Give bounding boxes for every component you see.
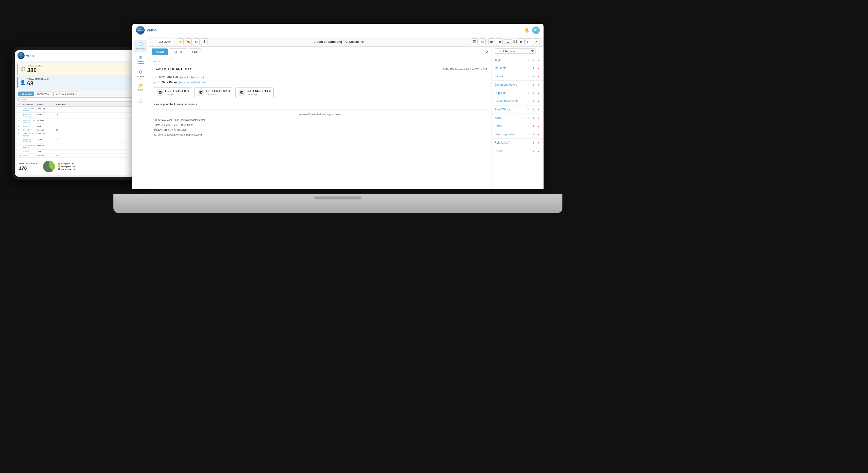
panel-section-email-thread[interactable]: Email Thread 📄ℹ● — [492, 106, 544, 114]
pie-chart — [42, 159, 56, 174]
prev-page-btn[interactable]: ◀ — [496, 38, 503, 45]
app-topbar: Venio 🔔 ST — [132, 24, 544, 37]
page-navigation: ⏮ ◀ /28 ▶ ⏭ ✕ — [489, 38, 540, 45]
doc-panel-icon: 📄 — [526, 83, 530, 87]
tab-pdf[interactable]: PDF — [188, 49, 202, 55]
legend-dot-inprogress — [58, 166, 60, 168]
right-panel: Select An Option ⤢ Tags 📄ℹ● Metadata 📄ℹ●… — [492, 47, 544, 189]
total-cases-label: TOTAL CASES — [27, 65, 42, 67]
panel-section-document-history[interactable]: Document History 📄ℹ● — [492, 81, 544, 89]
attachment-1[interactable]: 🖼 List of Articles 001.tif 576.78 KB — [154, 87, 192, 98]
sidebar-documents-label: Documents — [136, 48, 145, 50]
tab-shared-document[interactable]: SHARED DOCUMENT — [54, 91, 80, 96]
panel-section-near-duplicates[interactable]: Near Duplicates 📄ℹ● — [492, 130, 544, 139]
attachment-size-3: 576.78 KB — [247, 93, 271, 96]
expand-to-icon[interactable] — [153, 81, 156, 84]
to-email: [sara.parker@liart.com] — [179, 81, 207, 84]
sidebar-item-reports[interactable]: ⚙ Reports — [134, 67, 147, 80]
attachment-name-3: List of Articles 003.tif — [247, 89, 271, 93]
tablet-logo — [18, 52, 25, 59]
notification-bell-icon[interactable]: 🔔 — [524, 28, 529, 33]
tab-native[interactable]: Native — [152, 49, 168, 55]
close-panel-icon: ● — [536, 141, 541, 145]
doc-viewer-tabs: Native Full Text PDF ⤢ — [149, 47, 492, 55]
user-avatar[interactable]: ST — [532, 27, 540, 34]
attachment-name-1: List of Articles 001.tif — [165, 89, 189, 93]
sidebar-item-documents[interactable]: 📄 Documents — [134, 40, 147, 53]
first-page-btn[interactable]: ⏮ — [489, 38, 495, 45]
bookmark-icon-btn[interactable]: 🔖 — [185, 38, 192, 45]
close-viewer-btn[interactable]: ✕ — [533, 38, 540, 45]
attachments-row: 🖼 List of Articles 001.tif 576.78 KB 🖼 — [154, 87, 487, 98]
panel-section-priv-ai[interactable]: Priv Ai ℹ● — [492, 147, 544, 155]
close-panel-icon: ● — [536, 91, 541, 95]
col-client: Client — [37, 104, 56, 106]
star-icon-btn[interactable]: ⭐ — [177, 38, 184, 45]
from-label: From: — [157, 75, 165, 79]
doc-panel-icon: 📄 — [526, 58, 530, 62]
reports-icon: ⚙ — [139, 69, 143, 75]
svg-point-4 — [136, 27, 144, 34]
col-custodians: Custodians — [56, 104, 73, 106]
info-panel-icon: ℹ — [531, 149, 535, 153]
list-view-icon-btn[interactable]: ☰ — [471, 38, 477, 45]
documents-icon: 📄 — [138, 42, 143, 47]
case-subtitle-text: All Documents — [345, 40, 365, 43]
attachment-size-2: 576.78 KB — [206, 93, 230, 96]
expand-from-icon[interactable] — [153, 76, 156, 78]
tab-full-text[interactable]: Full Text — [169, 49, 187, 55]
col-num: # — [19, 104, 23, 106]
panel-select-dropdown[interactable]: Select An Option — [495, 49, 536, 54]
next-page-btn[interactable]: ▶ — [518, 38, 525, 45]
attachment-3[interactable]: 🖼 List of Articles 003.tif 576.78 KB — [236, 87, 274, 98]
panel-section-tags[interactable]: Tags 📄ℹ● — [492, 56, 544, 64]
expand-doc-icon[interactable]: ⤢ — [486, 50, 489, 54]
star-email-icon[interactable]: ☆ — [157, 59, 160, 64]
exit-viewer-button[interactable]: ← Exit Viewer — [153, 39, 174, 44]
legend-notstarted: Not Started 100 — [58, 168, 76, 171]
app-main-area: Native Full Text PDF ⤢ ↩ ☆ — [149, 47, 544, 189]
panel-section-duplicate[interactable]: Duplicate 📄ℹ● — [492, 89, 544, 97]
total-custodians-value: 68 — [27, 80, 49, 87]
panel-label: Duplicate — [495, 91, 506, 95]
sidebar-reports-label: Reports — [137, 76, 144, 78]
tab-review-set[interactable]: REVIEW SET — [35, 91, 53, 96]
tab-all-cases[interactable]: ALL CASES — [19, 91, 34, 96]
flag-icon-btn[interactable]: 🏷 — [193, 38, 200, 45]
panel-sections: Tags 📄ℹ● Metadata 📄ℹ● Family 📄ℹ● Documen… — [492, 56, 544, 155]
panel-section-metadata[interactable]: Metadata 📄ℹ● — [492, 64, 544, 72]
panel-expand-icon[interactable]: ⤢ — [538, 49, 541, 54]
sidebar-item-fclv[interactable]: 📁 FCLV — [134, 81, 147, 94]
review-set-label: TOTAL REVIEW SET — [19, 162, 39, 165]
panel-label: Metadata — [495, 66, 506, 70]
panel-section-notes[interactable]: Notes 📄ℹ● — [492, 114, 544, 122]
grid-view-icon-btn[interactable]: ⊞ — [479, 38, 486, 45]
reply-icon[interactable]: ↩ — [154, 59, 156, 64]
sidebar-item-grid[interactable]: ⊟ — [134, 95, 147, 107]
review-batches-icon: ⊞ — [139, 55, 142, 60]
close-panel-icon: ● — [536, 124, 541, 128]
panel-label: Family — [495, 75, 503, 78]
panel-section-email[interactable]: Email 📄ℹ● — [492, 122, 544, 130]
legend-value-inprogress: 12 — [73, 166, 75, 168]
pie-legend: Completed 66 In Progress 12 Not Started … — [58, 163, 76, 171]
fclv-icon: 📁 — [138, 83, 143, 88]
panel-label: Email Thread — [495, 108, 512, 111]
email-divider — [154, 109, 487, 110]
case-title-bar: Apple Vs Samsung - All Documents — [211, 40, 468, 43]
download-icon-btn[interactable]: ⬇ — [201, 38, 208, 45]
info-panel-icon: ℹ — [531, 58, 535, 62]
app-sidebar: 📄 Documents ⊞ ReviewBatches ⚙ Reports 📁 … — [132, 37, 149, 189]
page-number-input[interactable] — [504, 39, 512, 44]
info-panel-icon: ℹ — [531, 107, 535, 112]
info-panel-icon: ℹ — [531, 74, 535, 79]
panel-section-family[interactable]: Family 📄ℹ● — [492, 72, 544, 81]
total-custodians-label: TOTAL CUSTODIANS — [27, 78, 49, 80]
last-page-btn[interactable]: ⏭ — [526, 38, 532, 45]
email-actions: ↩ ☆ — [154, 59, 487, 64]
to-label: To: — [157, 80, 161, 84]
sidebar-item-review-batches[interactable]: ⊞ ReviewBatches — [134, 54, 147, 66]
attachment-2[interactable]: 🖼 List of Articles 002.tif 576.78 KB — [194, 87, 233, 98]
panel-section-similar-documents[interactable]: Similar Documents 📄ℹ● — [492, 97, 544, 106]
panel-section-relevance-ai[interactable]: Relevance Ai ℹ● — [492, 139, 544, 147]
